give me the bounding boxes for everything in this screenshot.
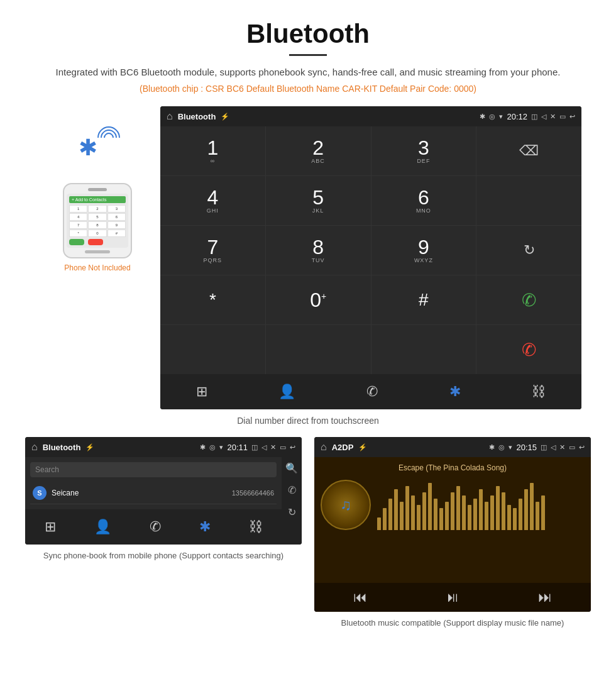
call-green-key[interactable]: ✆ (476, 275, 581, 324)
camera-icon[interactable]: ◫ (531, 113, 537, 121)
volume-icon[interactable]: ◁ (541, 113, 546, 121)
music-caption: Bluetooth music compatible (Support disp… (341, 617, 564, 629)
end-call-icon: ✆ (522, 340, 536, 360)
pb-call-icon[interactable]: ✆ (285, 484, 298, 496)
refresh-icon: ↻ (524, 242, 535, 258)
pb-home-icon[interactable]: ⌂ (31, 441, 38, 453)
eq-bar (439, 508, 443, 530)
eq-bar (411, 495, 415, 530)
phone-keypad: 1 2 3 4 5 6 7 8 9 * 0 # (69, 205, 126, 237)
refresh-key[interactable]: ↻ (476, 226, 581, 275)
dial-key-hash[interactable]: # (371, 275, 476, 324)
pb-link-icon[interactable]: ⛓ (249, 519, 263, 535)
pb-contacts-icon[interactable]: 👤 (94, 519, 111, 535)
play-pause-icon[interactable]: ⏯ (446, 589, 459, 606)
empty-cell-2 (160, 325, 265, 374)
dial-key-4[interactable]: 4 GHI (160, 176, 265, 225)
dial-key-7[interactable]: 7 PQRS (160, 226, 265, 275)
dial-key-8[interactable]: 8 TUV (266, 226, 371, 275)
dial-key-5[interactable]: 5 JKL (266, 176, 371, 225)
phone-side: ✱ + Add to Contacts 1 2 3 4 5 6 7 (35, 106, 160, 272)
grid-icon[interactable]: ⊞ (196, 384, 207, 400)
link-icon[interactable]: ⛓ (532, 384, 546, 400)
dial-key-0[interactable]: 0+ (266, 275, 371, 324)
music-win-icon[interactable]: ▭ (569, 443, 575, 451)
pb-loc-icon: ◎ (209, 443, 216, 451)
pb-status-right: ✱ ◎ ▾ 20:11 ◫ ◁ ✕ ▭ ↩ (200, 443, 295, 452)
music-loc-icon: ◎ (498, 443, 505, 451)
window-icon[interactable]: ▭ (559, 113, 566, 121)
contact-number: 13566664466 (232, 489, 274, 497)
signal-icon: ▾ (499, 113, 503, 121)
empty-cell-3 (266, 325, 371, 374)
phone-not-included-label: Phone Not Included (64, 263, 130, 272)
phonebook-right-icons: 🔍 ✆ ↻ (282, 457, 302, 545)
phonebook-screen: ⌂ Bluetooth ⚡ ✱ ◎ ▾ 20:11 ◫ ◁ ✕ ▭ ↩ (25, 437, 302, 545)
pb-win-icon[interactable]: ▭ (280, 443, 286, 451)
pb-back-icon[interactable]: ↩ (290, 443, 295, 451)
phone-btn-row (69, 239, 126, 245)
eq-bar (485, 502, 488, 530)
music-screen: ⌂ A2DP ⚡ ✱ ◎ ▾ 20:15 ◫ ◁ ✕ ▭ ↩ Esc (314, 437, 591, 612)
bluetooth-status-icon: ✱ (480, 113, 485, 121)
close-icon[interactable]: ✕ (550, 113, 556, 121)
music-time: 20:15 (516, 443, 537, 452)
pb-close-icon[interactable]: ✕ (270, 443, 276, 451)
phone-speaker (88, 188, 107, 191)
music-close-icon[interactable]: ✕ (559, 443, 565, 451)
dial-key-2[interactable]: 2 ABC (266, 126, 371, 175)
dial-key-1[interactable]: 1 ∞ (160, 126, 265, 175)
pb-phone-icon[interactable]: ✆ (150, 519, 161, 535)
back-icon[interactable]: ↩ (569, 113, 575, 121)
pb-bt-icon: ✱ (200, 443, 206, 451)
pb-status-left: ⌂ Bluetooth ⚡ (31, 441, 94, 453)
eq-bar (468, 505, 471, 530)
music-app-name: A2DP (332, 443, 354, 452)
eq-bar (434, 499, 437, 530)
call-red-key[interactable]: ✆ (476, 325, 581, 374)
pb-usb-icon: ⚡ (85, 443, 94, 451)
pb-cam-icon[interactable]: ◫ (251, 443, 258, 451)
home-icon[interactable]: ⌂ (167, 111, 173, 122)
music-vol-icon[interactable]: ◁ (551, 443, 556, 451)
music-wrapper: ⌂ A2DP ⚡ ✱ ◎ ▾ 20:15 ◫ ◁ ✕ ▭ ↩ Esc (314, 437, 591, 629)
next-track-icon[interactable]: ⏭ (538, 589, 552, 606)
dial-key-star[interactable]: * (160, 275, 265, 324)
description-text: Integrated with BC6 Bluetooth module, su… (13, 65, 603, 80)
phonebook-caption: Sync phone-book from mobile phone (Suppo… (43, 550, 283, 562)
call-btn (69, 239, 84, 245)
eq-bar (405, 486, 409, 530)
pb-grid-icon[interactable]: ⊞ (45, 519, 56, 535)
pb-bt-nav-icon[interactable]: ✱ (199, 519, 211, 535)
music-home-icon[interactable]: ⌂ (321, 441, 327, 453)
dial-key-6[interactable]: 6 MNO (371, 176, 476, 225)
prev-track-icon[interactable]: ⏮ (353, 589, 367, 606)
pb-refresh-icon[interactable]: ↻ (285, 506, 298, 518)
dial-key-9[interactable]: 9 WXYZ (371, 226, 476, 275)
search-bar[interactable]: Search (30, 462, 277, 477)
pb-vol-icon[interactable]: ◁ (261, 443, 267, 451)
main-screenshot-area: ✱ + Add to Contacts 1 2 3 4 5 6 7 (0, 106, 616, 409)
dial-key-3[interactable]: 3 DEF (371, 126, 476, 175)
bluetooth-icon-area: ✱ (72, 125, 123, 175)
pb-search-icon[interactable]: 🔍 (285, 462, 298, 474)
title-divider (289, 54, 327, 56)
phonebook-main: Search S Seicane 13566664466 ⊞ 👤 ✆ ✱ (25, 457, 282, 545)
phone-key: 2 (88, 205, 106, 213)
bluetooth-nav-icon[interactable]: ✱ (449, 384, 461, 400)
pb-app-name: Bluetooth (43, 443, 81, 452)
phone-key: * (69, 230, 87, 237)
bottom-screenshots: ⌂ Bluetooth ⚡ ✱ ◎ ▾ 20:11 ◫ ◁ ✕ ▭ ↩ (0, 437, 616, 629)
music-cam-icon[interactable]: ◫ (541, 443, 547, 451)
eq-bar (513, 508, 517, 530)
music-back-icon[interactable]: ↩ (579, 443, 585, 451)
song-title: Escape (The Pina Colada Song) (321, 463, 585, 472)
phone-key: 5 (88, 213, 106, 221)
music-status-left: ⌂ A2DP ⚡ (321, 441, 367, 453)
contact-row[interactable]: S Seicane 13566664466 (30, 482, 277, 504)
eq-bar (428, 483, 432, 530)
music-sig-icon: ▾ (509, 443, 512, 451)
backspace-key[interactable]: ⌫ (476, 126, 581, 175)
contacts-icon[interactable]: 👤 (278, 384, 295, 400)
phone-icon[interactable]: ✆ (366, 384, 378, 400)
